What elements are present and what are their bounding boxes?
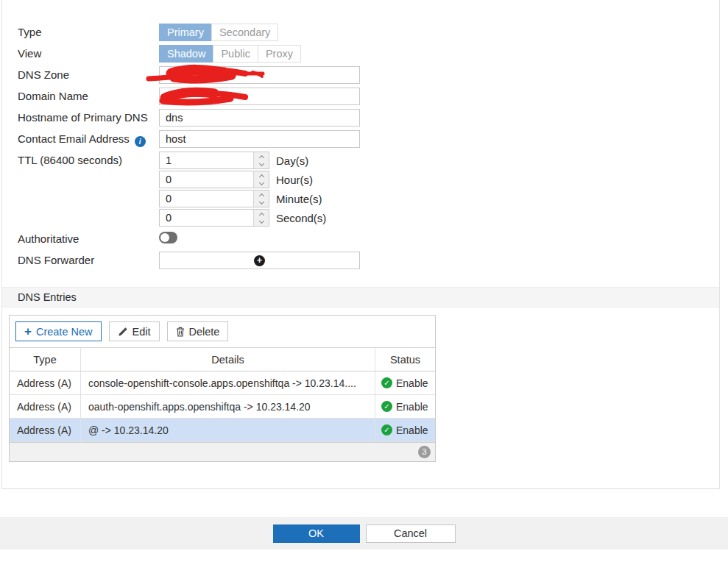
dns-entries-rows: Address (A) console-openshift-console.ap… xyxy=(10,371,435,442)
column-header-status[interactable]: Status xyxy=(375,348,435,371)
stepper-buttons[interactable] xyxy=(253,210,269,226)
ttl-row: TTL (86400 seconds) 1 Day(s) 0 xyxy=(2,152,719,227)
info-icon[interactable]: i xyxy=(135,136,146,147)
entry-details[interactable]: console-openshift-console.apps.openshift… xyxy=(81,371,375,394)
ttl-hours-value[interactable]: 0 xyxy=(160,171,253,188)
hostname-row: Hostname of Primary DNS xyxy=(2,109,719,127)
toggle-knob xyxy=(160,233,169,242)
view-segmented-control: Shadow Public Proxy xyxy=(159,45,301,63)
dns-entries-section-header: DNS Entries xyxy=(2,287,719,307)
view-option-public[interactable]: Public xyxy=(213,45,258,63)
dns-forwarder-label: DNS Forwarder xyxy=(18,252,159,266)
dns-entries-widget: + Create New Edit Delete Type Details St… xyxy=(9,315,436,462)
dns-entries-toolbar: + Create New Edit Delete xyxy=(10,316,435,347)
chevron-down-icon[interactable] xyxy=(258,160,264,166)
create-new-label: Create New xyxy=(36,326,93,338)
entry-status-label: Enable xyxy=(396,401,428,413)
column-header-details[interactable]: Details xyxy=(81,348,375,371)
view-option-shadow[interactable]: Shadow xyxy=(159,45,213,63)
ttl-seconds-unit: Second(s) xyxy=(276,212,326,224)
domain-name-label: Domain Name xyxy=(18,88,159,102)
authoritative-toggle[interactable] xyxy=(159,232,177,243)
row-count-badge: 3 xyxy=(418,446,431,458)
type-label: Type xyxy=(18,24,159,38)
view-option-proxy[interactable]: Proxy xyxy=(258,45,301,63)
contact-email-input[interactable] xyxy=(159,130,360,148)
authoritative-label: Authoritative xyxy=(18,230,159,245)
entry-status[interactable]: ✓ Enable xyxy=(375,395,435,418)
dns-zone-row: DNS Zone xyxy=(2,66,719,84)
ttl-days-unit: Day(s) xyxy=(276,154,308,167)
ttl-minutes-stepper[interactable]: 0 xyxy=(159,190,269,207)
table-row[interactable]: Address (A) console-openshift-console.ap… xyxy=(10,371,435,395)
domain-name-input[interactable] xyxy=(159,88,360,105)
ttl-days-row: 1 Day(s) xyxy=(159,152,326,169)
add-icon[interactable]: + xyxy=(254,255,265,266)
type-option-secondary[interactable]: Secondary xyxy=(211,24,278,41)
hostname-label: Hostname of Primary DNS xyxy=(18,109,159,124)
contact-email-label: Contact Email Address xyxy=(18,132,130,145)
dns-zone-form: Type Primary Secondary View Shadow Publi… xyxy=(2,0,719,267)
ttl-hours-unit: Hour(s) xyxy=(276,174,313,186)
chevron-up-icon[interactable] xyxy=(258,193,264,198)
dns-zone-label: DNS Zone xyxy=(18,66,159,81)
contact-email-row: Contact Email Addressi xyxy=(2,130,719,148)
chevron-up-icon[interactable] xyxy=(258,174,264,179)
dns-zone-input[interactable] xyxy=(159,66,360,84)
view-label: View xyxy=(18,45,159,60)
edit-label: Edit xyxy=(132,326,151,338)
column-header-type[interactable]: Type xyxy=(10,348,81,371)
edit-button[interactable]: Edit xyxy=(109,321,160,341)
ttl-hours-stepper[interactable]: 0 xyxy=(159,171,269,188)
table-header-row: Type Details Status xyxy=(10,348,435,371)
type-row: Type Primary Secondary xyxy=(2,24,719,41)
stepper-buttons[interactable] xyxy=(253,171,269,188)
table-row[interactable]: Address (A) @ -> 10.23.14.20 ✓ Enable xyxy=(10,419,435,442)
create-new-button[interactable]: + Create New xyxy=(15,321,102,341)
ttl-minutes-row: 0 Minute(s) xyxy=(159,190,326,207)
plus-icon: + xyxy=(24,325,32,338)
entry-type[interactable]: Address (A) xyxy=(10,371,81,394)
stepper-buttons[interactable] xyxy=(253,191,269,207)
entry-status[interactable]: ✓ Enable xyxy=(375,419,435,441)
ttl-seconds-stepper[interactable]: 0 xyxy=(159,209,269,227)
delete-label: Delete xyxy=(189,326,220,338)
type-segmented-control: Primary Secondary xyxy=(159,24,278,41)
delete-button[interactable]: Delete xyxy=(167,321,229,341)
chevron-down-icon[interactable] xyxy=(258,179,264,185)
ttl-minutes-value[interactable]: 0 xyxy=(160,191,253,207)
hostname-input[interactable] xyxy=(159,109,360,127)
entry-status[interactable]: ✓ Enable xyxy=(375,371,435,394)
dns-entries-table: Type Details Status Address (A) console-… xyxy=(10,347,435,461)
dns-forwarder-add-field[interactable]: + xyxy=(159,252,360,269)
authoritative-row: Authoritative xyxy=(2,230,719,245)
chevron-up-icon[interactable] xyxy=(258,154,264,160)
ttl-days-value[interactable]: 1 xyxy=(160,152,253,168)
view-row: View Shadow Public Proxy xyxy=(2,45,719,63)
ttl-days-stepper[interactable]: 1 xyxy=(159,152,269,169)
check-circle-icon: ✓ xyxy=(381,377,392,388)
ttl-label: TTL (86400 seconds) xyxy=(18,152,159,166)
dns-zone-form-panel: Type Primary Secondary View Shadow Publi… xyxy=(1,0,720,489)
chevron-up-icon[interactable] xyxy=(258,212,264,217)
entry-status-label: Enable xyxy=(396,377,428,389)
stepper-buttons[interactable] xyxy=(253,152,269,168)
entry-status-label: Enable xyxy=(396,424,428,436)
entry-details[interactable]: @ -> 10.23.14.20 xyxy=(81,419,375,441)
ttl-seconds-row: 0 Second(s) xyxy=(159,209,326,227)
ttl-minutes-unit: Minute(s) xyxy=(276,193,322,205)
entry-details[interactable]: oauth-openshift.apps.openshiftqa -> 10.2… xyxy=(81,395,375,418)
check-circle-icon: ✓ xyxy=(381,424,392,435)
entry-type[interactable]: Address (A) xyxy=(10,395,81,418)
dns-forwarder-row: DNS Forwarder + xyxy=(2,252,719,269)
chevron-down-icon[interactable] xyxy=(258,199,264,204)
type-option-primary[interactable]: Primary xyxy=(159,24,212,41)
ok-button[interactable]: OK xyxy=(273,524,360,543)
cancel-button[interactable]: Cancel xyxy=(366,524,456,543)
table-footer: 3 xyxy=(10,442,435,461)
entry-type[interactable]: Address (A) xyxy=(10,419,81,441)
table-row[interactable]: Address (A) oauth-openshift.apps.openshi… xyxy=(10,395,435,419)
ttl-hours-row: 0 Hour(s) xyxy=(159,171,326,188)
ttl-seconds-value[interactable]: 0 xyxy=(160,210,253,226)
chevron-down-icon[interactable] xyxy=(258,218,264,223)
